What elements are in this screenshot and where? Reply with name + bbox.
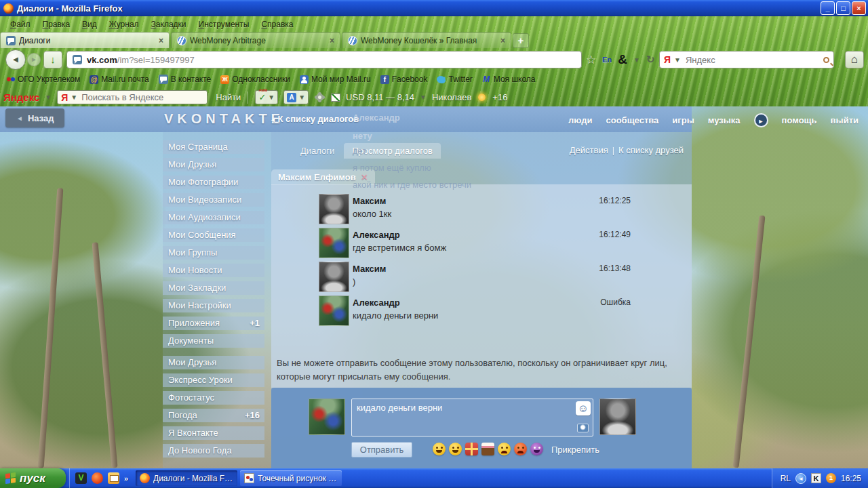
cake-emoticon-icon[interactable]	[481, 443, 494, 455]
laughing-emoticon-icon[interactable]	[433, 443, 446, 455]
send-button[interactable]: Отправить	[351, 442, 412, 458]
sidebar-item[interactable]: Документы	[163, 334, 264, 348]
reload-icon[interactable]	[646, 54, 655, 66]
vk-back-button[interactable]: Назад	[5, 108, 64, 127]
message-author[interactable]: Максим	[353, 264, 692, 274]
new-tab-button[interactable]: +	[513, 33, 529, 48]
yandex-logo[interactable]: Яндекс	[3, 92, 39, 103]
tab-close-icon[interactable]: ×	[159, 36, 163, 45]
search-input[interactable]	[684, 54, 820, 66]
tab-close-icon[interactable]: ×	[330, 36, 334, 45]
menu-item[interactable]: Файл	[5, 18, 35, 30]
forward-button[interactable]	[27, 53, 41, 66]
sidebar-item[interactable]: Фотостатус	[163, 391, 264, 405]
bookmark-item[interactable]: Одноклассники	[218, 73, 293, 85]
search-engine-dropdown-icon[interactable]	[674, 56, 681, 64]
usd-rate[interactable]: USD 8,11 — 8,14	[346, 92, 414, 102]
bookmark-star-icon[interactable]	[586, 53, 596, 67]
vk-nav-link[interactable]: люди	[568, 115, 592, 125]
sidebar-item[interactable]: Мои Закладки	[163, 281, 264, 295]
tab-view-dialogs[interactable]: Просмотр диалогов	[344, 143, 441, 159]
vk-nav-link[interactable]: игры	[672, 115, 694, 125]
yandex-search-input[interactable]	[80, 92, 203, 103]
yandex-logo-dropdown-icon[interactable]	[45, 94, 52, 101]
attach-link[interactable]: Прикрепить	[551, 445, 599, 455]
remove-filter-icon[interactable]	[361, 172, 368, 182]
browser-search-box[interactable]: Я	[659, 51, 834, 68]
url-text[interactable]: vk.com/im?sel=159497997	[87, 55, 195, 65]
furious-emoticon-icon[interactable]	[514, 443, 527, 455]
language-indicator[interactable]: RL	[781, 474, 791, 483]
music-play-icon[interactable]	[754, 113, 768, 127]
settings-gear-icon[interactable]	[316, 94, 323, 101]
sender-avatar[interactable]	[599, 399, 636, 435]
message-author[interactable]: Александр	[353, 298, 692, 308]
sidebar-item[interactable]: Мои Друзья	[163, 356, 264, 369]
vk-nav-link[interactable]: выйти	[831, 115, 859, 125]
quick-launch-messenger-icon[interactable]	[75, 472, 87, 484]
attach-photo-icon[interactable]	[577, 424, 589, 432]
home-button[interactable]	[845, 51, 864, 68]
dropdown-arrow-icon[interactable]	[633, 56, 640, 64]
antivirus-tray-icon[interactable]	[811, 473, 821, 483]
sidebar-item[interactable]: Мои Сообщения	[163, 228, 264, 242]
avatar[interactable]	[319, 262, 349, 292]
bookmark-item[interactable]: Facebook	[378, 73, 431, 85]
vk-nav-link[interactable]: сообщества	[606, 115, 658, 125]
menu-item[interactable]: Справка	[256, 18, 298, 30]
currency-chart-icon[interactable]	[331, 94, 340, 102]
spellcheck-button[interactable]	[255, 90, 278, 104]
rate-dropdown-icon[interactable]	[420, 94, 427, 101]
bookmark-item[interactable]: Twitter	[434, 73, 475, 85]
avatar[interactable]	[319, 296, 349, 326]
find-button[interactable]: Найти	[216, 92, 241, 102]
maximize-button[interactable]: □	[836, 1, 850, 15]
quick-launch-overflow-icon[interactable]: »	[124, 474, 128, 483]
sidebar-item[interactable]: Мои Фотографии	[163, 176, 264, 189]
vk-nav-link[interactable]: музыка	[708, 115, 741, 125]
bookmark-item[interactable]: Мой мир Mail.ru	[297, 73, 374, 85]
sidebar-item[interactable]: Мои Друзья	[163, 158, 264, 171]
sidebar-item[interactable]: Мои Группы	[163, 246, 264, 260]
bookmark-item[interactable]: ОГО Укртелеком	[4, 73, 83, 85]
language-extension-icon[interactable]: En	[602, 56, 612, 64]
message-author[interactable]: Максим	[353, 196, 692, 206]
taskbar-task[interactable]: Точечный рисунок - ...	[240, 470, 342, 486]
avatar[interactable]	[319, 228, 349, 258]
yandex-engine-icon[interactable]: Я	[664, 54, 671, 65]
sidebar-item[interactable]: Мои Аудиозаписи	[163, 211, 264, 224]
browser-tab[interactable]: WebMoney Arbitrage×	[171, 32, 340, 48]
translate-button[interactable]	[283, 90, 309, 104]
sidebar-item[interactable]: Мои Новости	[163, 264, 264, 277]
message-textarea[interactable]: кидало деньги верни	[352, 399, 593, 436]
devil-emoticon-icon[interactable]	[530, 443, 543, 455]
ampersand-extension-icon[interactable]	[618, 52, 627, 67]
sidebar-item[interactable]: Приложения+1	[163, 317, 264, 330]
download-dropdown-button[interactable]	[43, 51, 62, 68]
quick-launch-browser-icon[interactable]	[92, 472, 103, 484]
menu-item[interactable]: Правка	[38, 18, 75, 30]
tab-dialogs[interactable]: Диалоги	[300, 146, 334, 156]
weather-city[interactable]: Николаев	[432, 92, 471, 102]
hide-icons-chevron-icon[interactable]	[795, 473, 806, 484]
sidebar-item[interactable]: Мои Настройки	[163, 299, 264, 312]
yandex-search-dropdown-icon[interactable]	[71, 94, 77, 101]
vk-logo[interactable]: VKONTAKTE	[164, 111, 284, 127]
avatar[interactable]	[319, 194, 349, 224]
minimize-button[interactable]: _	[821, 1, 835, 15]
menu-item[interactable]: Закладки	[146, 18, 191, 30]
sidebar-item[interactable]: Я Вконтакте	[163, 426, 264, 440]
recipient-avatar[interactable]	[309, 399, 345, 435]
quick-launch-pictures-icon[interactable]	[108, 472, 119, 484]
smiley-icon[interactable]	[576, 401, 591, 415]
taskbar-task[interactable]: Диалоги - Mozilla Fir...	[136, 470, 237, 486]
temperature[interactable]: +16	[492, 92, 507, 102]
back-button[interactable]	[5, 49, 26, 70]
menu-item[interactable]: Инструменты	[194, 18, 254, 30]
actions-link[interactable]: Действия	[570, 145, 608, 155]
sidebar-item[interactable]: Мои Видеозаписи	[163, 193, 264, 207]
sidebar-item[interactable]: Погода+16	[163, 409, 264, 422]
notification-tray-icon[interactable]	[826, 473, 836, 483]
sidebar-item[interactable]: До Нового Года	[163, 444, 264, 458]
bookmark-item[interactable]: В контакте	[156, 73, 214, 85]
